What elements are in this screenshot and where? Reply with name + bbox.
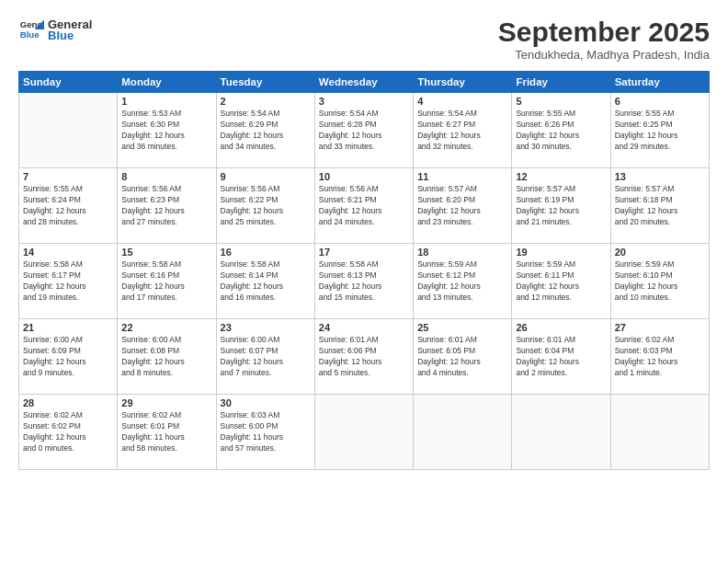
calendar-cell: 12Sunrise: 5:57 AM Sunset: 6:19 PM Dayli… <box>512 168 610 244</box>
calendar-cell: 15Sunrise: 5:58 AM Sunset: 6:16 PM Dayli… <box>118 244 216 319</box>
calendar-cell: 20Sunrise: 5:59 AM Sunset: 6:10 PM Dayli… <box>610 244 709 319</box>
calendar-cell: 7Sunrise: 5:55 AM Sunset: 6:24 PM Daylig… <box>19 168 118 244</box>
day-number: 22 <box>121 322 211 333</box>
day-number: 7 <box>23 171 113 182</box>
day-number: 9 <box>221 171 311 182</box>
day-number: 13 <box>615 171 705 182</box>
day-info: Sunrise: 5:58 AM Sunset: 6:13 PM Dayligh… <box>319 259 409 304</box>
week-row-1: 1Sunrise: 5:53 AM Sunset: 6:30 PM Daylig… <box>19 93 710 168</box>
day-info: Sunrise: 5:58 AM Sunset: 6:14 PM Dayligh… <box>221 259 311 304</box>
calendar-cell <box>414 395 512 470</box>
day-number: 20 <box>615 247 705 258</box>
day-number: 10 <box>319 171 409 182</box>
calendar-cell: 27Sunrise: 6:02 AM Sunset: 6:03 PM Dayli… <box>610 319 709 395</box>
calendar-cell: 21Sunrise: 6:00 AM Sunset: 6:09 PM Dayli… <box>19 319 118 395</box>
location: Tendukheda, Madhya Pradesh, India <box>498 48 710 62</box>
day-number: 17 <box>319 247 409 258</box>
day-number: 6 <box>615 96 705 107</box>
month-title: September 2025 <box>498 17 710 48</box>
calendar-cell: 17Sunrise: 5:58 AM Sunset: 6:13 PM Dayli… <box>314 244 413 319</box>
day-number: 27 <box>615 322 705 333</box>
day-number: 1 <box>121 96 211 107</box>
calendar-cell: 11Sunrise: 5:57 AM Sunset: 6:20 PM Dayli… <box>414 168 512 244</box>
day-info: Sunrise: 5:57 AM Sunset: 6:18 PM Dayligh… <box>615 184 705 228</box>
day-number: 28 <box>23 397 113 408</box>
calendar-cell: 14Sunrise: 5:58 AM Sunset: 6:17 PM Dayli… <box>19 244 118 319</box>
day-number: 25 <box>417 322 507 333</box>
calendar-cell: 22Sunrise: 6:00 AM Sunset: 6:08 PM Dayli… <box>118 319 216 395</box>
calendar-cell: 2Sunrise: 5:54 AM Sunset: 6:29 PM Daylig… <box>216 93 314 168</box>
day-info: Sunrise: 6:00 AM Sunset: 6:09 PM Dayligh… <box>23 335 113 379</box>
calendar-cell: 8Sunrise: 5:56 AM Sunset: 6:23 PM Daylig… <box>118 168 216 244</box>
calendar-cell: 10Sunrise: 5:56 AM Sunset: 6:21 PM Dayli… <box>314 168 413 244</box>
header: General Blue General Blue September 2025… <box>18 17 710 62</box>
col-header-monday: Monday <box>118 72 216 93</box>
day-number: 15 <box>121 247 211 258</box>
calendar-cell <box>314 395 413 470</box>
day-number: 5 <box>516 96 606 107</box>
day-info: Sunrise: 5:55 AM Sunset: 6:25 PM Dayligh… <box>615 109 705 153</box>
week-row-5: 28Sunrise: 6:02 AM Sunset: 6:02 PM Dayli… <box>19 395 710 470</box>
title-block: September 2025 Tendukheda, Madhya Prades… <box>498 17 710 62</box>
col-header-friday: Friday <box>512 72 610 93</box>
calendar-cell: 19Sunrise: 5:59 AM Sunset: 6:11 PM Dayli… <box>512 244 610 319</box>
calendar-cell: 6Sunrise: 5:55 AM Sunset: 6:25 PM Daylig… <box>610 93 709 168</box>
day-number: 16 <box>221 247 311 258</box>
calendar-cell: 9Sunrise: 5:56 AM Sunset: 6:22 PM Daylig… <box>216 168 314 244</box>
day-number: 4 <box>417 96 507 107</box>
day-info: Sunrise: 5:57 AM Sunset: 6:20 PM Dayligh… <box>417 184 507 228</box>
calendar-cell: 23Sunrise: 6:00 AM Sunset: 6:07 PM Dayli… <box>216 319 314 395</box>
day-info: Sunrise: 5:55 AM Sunset: 6:26 PM Dayligh… <box>516 109 606 153</box>
calendar-cell: 13Sunrise: 5:57 AM Sunset: 6:18 PM Dayli… <box>610 168 709 244</box>
logo: General Blue General Blue <box>18 17 92 42</box>
day-info: Sunrise: 5:58 AM Sunset: 6:17 PM Dayligh… <box>23 259 113 304</box>
day-info: Sunrise: 6:01 AM Sunset: 6:04 PM Dayligh… <box>516 335 606 379</box>
day-number: 24 <box>319 322 409 333</box>
day-info: Sunrise: 5:58 AM Sunset: 6:16 PM Dayligh… <box>121 259 211 304</box>
day-number: 8 <box>121 171 211 182</box>
day-info: Sunrise: 5:59 AM Sunset: 6:11 PM Dayligh… <box>516 259 606 304</box>
week-row-2: 7Sunrise: 5:55 AM Sunset: 6:24 PM Daylig… <box>19 168 710 244</box>
day-number: 2 <box>221 96 311 107</box>
calendar-cell: 3Sunrise: 5:54 AM Sunset: 6:28 PM Daylig… <box>314 93 413 168</box>
day-number: 18 <box>417 247 507 258</box>
day-info: Sunrise: 5:56 AM Sunset: 6:22 PM Dayligh… <box>221 184 311 228</box>
calendar-cell: 26Sunrise: 6:01 AM Sunset: 6:04 PM Dayli… <box>512 319 610 395</box>
day-number: 23 <box>221 322 311 333</box>
logo-line2: Blue <box>48 29 92 42</box>
day-info: Sunrise: 6:01 AM Sunset: 6:06 PM Dayligh… <box>319 335 409 379</box>
col-header-saturday: Saturday <box>610 72 709 93</box>
day-info: Sunrise: 5:59 AM Sunset: 6:12 PM Dayligh… <box>417 259 507 304</box>
calendar-cell: 18Sunrise: 5:59 AM Sunset: 6:12 PM Dayli… <box>414 244 512 319</box>
day-info: Sunrise: 6:00 AM Sunset: 6:07 PM Dayligh… <box>221 335 311 379</box>
calendar-cell: 25Sunrise: 6:01 AM Sunset: 6:05 PM Dayli… <box>414 319 512 395</box>
day-info: Sunrise: 6:00 AM Sunset: 6:08 PM Dayligh… <box>121 335 211 379</box>
day-number: 14 <box>23 247 113 258</box>
day-info: Sunrise: 5:55 AM Sunset: 6:24 PM Dayligh… <box>23 184 113 228</box>
logo-icon: General Blue <box>18 17 44 42</box>
day-info: Sunrise: 6:02 AM Sunset: 6:01 PM Dayligh… <box>121 410 211 454</box>
day-info: Sunrise: 5:54 AM Sunset: 6:28 PM Dayligh… <box>319 109 409 153</box>
day-info: Sunrise: 6:02 AM Sunset: 6:03 PM Dayligh… <box>615 335 705 379</box>
col-header-tuesday: Tuesday <box>216 72 314 93</box>
calendar-cell <box>610 395 709 470</box>
page: General Blue General Blue September 2025… <box>0 0 728 563</box>
day-info: Sunrise: 5:53 AM Sunset: 6:30 PM Dayligh… <box>121 109 211 153</box>
day-number: 3 <box>319 96 409 107</box>
calendar-cell: 28Sunrise: 6:02 AM Sunset: 6:02 PM Dayli… <box>19 395 118 470</box>
calendar-body: 1Sunrise: 5:53 AM Sunset: 6:30 PM Daylig… <box>19 93 710 470</box>
day-number: 19 <box>516 247 606 258</box>
day-info: Sunrise: 5:56 AM Sunset: 6:21 PM Dayligh… <box>319 184 409 228</box>
day-number: 26 <box>516 322 606 333</box>
svg-text:Blue: Blue <box>20 29 40 40</box>
calendar-cell: 1Sunrise: 5:53 AM Sunset: 6:30 PM Daylig… <box>118 93 216 168</box>
day-info: Sunrise: 5:56 AM Sunset: 6:23 PM Dayligh… <box>121 184 211 228</box>
day-info: Sunrise: 5:54 AM Sunset: 6:27 PM Dayligh… <box>417 109 507 153</box>
day-number: 29 <box>121 397 211 408</box>
week-row-3: 14Sunrise: 5:58 AM Sunset: 6:17 PM Dayli… <box>19 244 710 319</box>
col-header-sunday: Sunday <box>19 72 118 93</box>
day-info: Sunrise: 6:02 AM Sunset: 6:02 PM Dayligh… <box>23 410 113 454</box>
calendar-cell: 16Sunrise: 5:58 AM Sunset: 6:14 PM Dayli… <box>216 244 314 319</box>
calendar-cell: 5Sunrise: 5:55 AM Sunset: 6:26 PM Daylig… <box>512 93 610 168</box>
calendar-cell <box>19 93 118 168</box>
